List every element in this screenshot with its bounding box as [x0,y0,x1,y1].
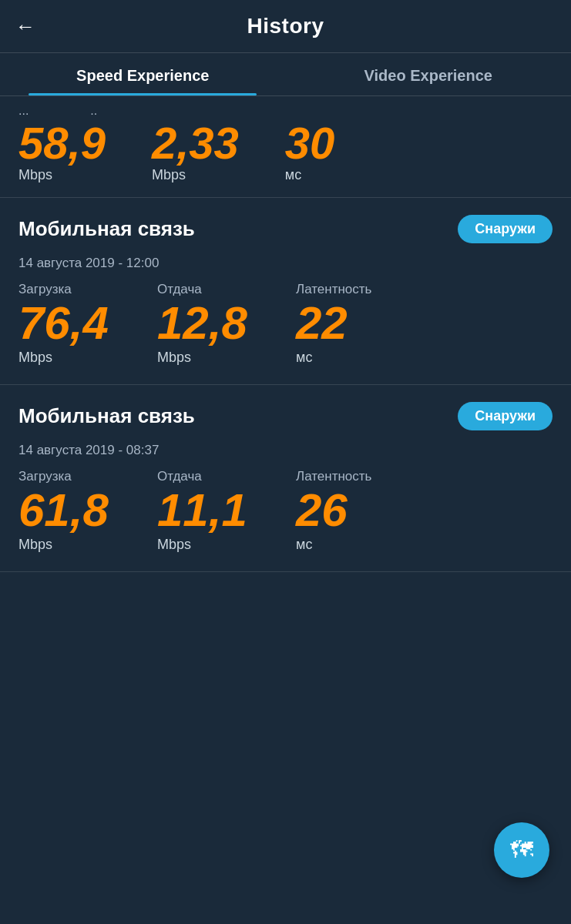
card-1-value-1: 11,1 [157,487,296,534]
partial-metric-2: 30 мс [285,121,335,183]
card-1-unit-1: Mbps [157,537,296,553]
card-1-value-2: 26 [296,487,435,534]
tabs-container: Speed Experience Video Experience [0,53,571,96]
card-0-unit-1: Mbps [157,350,296,366]
card-1-date: 14 августа 2019 - 08:37 [18,443,553,458]
card-1-value-0: 61,8 [18,487,157,534]
card-1-label-1: Отдача [157,469,296,484]
card-1-title: Мобильная связь [18,404,195,428]
fab-map-button[interactable]: 🗺 [494,822,549,878]
partial-value-2: 30 [285,121,335,166]
card-0-label-0: Загрузка [18,282,157,297]
card-0-metrics: Загрузка 76,4 Mbps Отдача 12,8 Mbps Лате… [18,282,553,366]
partial-card: ... .. 58,9 Mbps 2,33 Mbps 30 мс [0,96,571,198]
card-1-metric-2: Латентность 26 мс [296,469,435,553]
card-1: Мобильная связь Снаружи 14 августа 2019 … [0,385,571,572]
card-0-title: Мобильная связь [18,217,195,241]
card-0-unit-2: мс [296,350,435,366]
partial-unit-0: Mbps [18,167,106,183]
card-0-value-0: 76,4 [18,300,157,346]
card-0-value-1: 12,8 [157,300,296,346]
card-0-date: 14 августа 2019 - 12:00 [18,256,553,271]
card-1-metric-0: Загрузка 61,8 Mbps [18,469,157,553]
card-0-label-2: Латентность [296,282,435,297]
partial-unit-1: Mbps [152,167,239,183]
tab-video-experience[interactable]: Video Experience [286,53,572,95]
card-1-metrics: Загрузка 61,8 Mbps Отдача 11,1 Mbps Лате… [18,469,553,553]
tab-speed-experience[interactable]: Speed Experience [0,53,286,95]
card-0-badge: Снаружи [458,215,553,243]
partial-unit-2: мс [285,167,335,183]
card-1-label-0: Загрузка [18,469,157,484]
card-0-value-2: 22 [296,300,435,346]
card-0-metric-0: Загрузка 76,4 Mbps [18,282,157,366]
back-button[interactable]: ← [15,15,35,38]
card-1-metric-1: Отдача 11,1 Mbps [157,469,296,553]
map-icon: 🗺 [510,837,533,863]
card-1-unit-2: мс [296,537,435,553]
card-0-metric-2: Латентность 22 мс [296,282,435,366]
partial-metric-0: 58,9 Mbps [18,121,106,183]
card-0-label-1: Отдача [157,282,296,297]
header: ← History [0,0,571,53]
partial-metric-1: 2,33 Mbps [152,121,239,183]
partial-value-1: 2,33 [152,121,239,166]
page-title: History [247,14,324,38]
card-1-label-2: Латентность [296,469,435,484]
card-0: Мобильная связь Снаружи 14 августа 2019 … [0,198,571,385]
partial-label-1: ... [18,104,29,118]
partial-value-0: 58,9 [18,121,106,166]
card-1-unit-0: Mbps [18,537,157,553]
card-1-badge: Снаружи [458,402,553,430]
card-0-unit-0: Mbps [18,350,157,366]
card-0-metric-1: Отдача 12,8 Mbps [157,282,296,366]
partial-label-2: .. [90,104,97,118]
